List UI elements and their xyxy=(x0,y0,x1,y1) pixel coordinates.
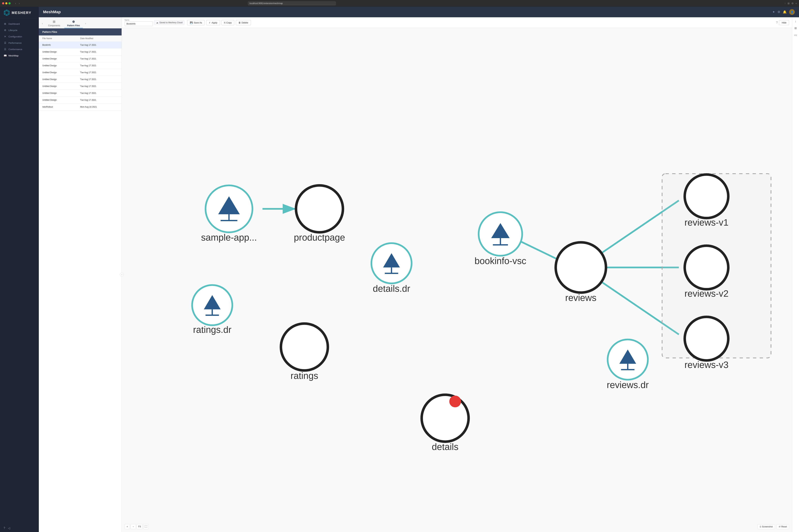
settings-icon[interactable]: ⚙ xyxy=(792,2,794,5)
label-details-dr: details.dr xyxy=(373,283,410,294)
node-details xyxy=(422,395,469,442)
panel-prev-btn[interactable]: ‹ xyxy=(41,21,44,25)
file-name: Untitled Design xyxy=(42,99,80,101)
list-item[interactable]: Untitled Design Tue Aug 17 2021 xyxy=(39,69,122,76)
svg-point-41 xyxy=(685,246,728,289)
list-item[interactable]: Untitled Design Tue Aug 17 2021 xyxy=(39,97,122,103)
tab-pattern-files[interactable]: ⊕ Pattern Files xyxy=(64,19,83,28)
right-panel-icon-2[interactable]: ⊞ xyxy=(793,25,798,31)
bell-icon[interactable]: 🔔 xyxy=(783,10,787,14)
forward-button[interactable]: › xyxy=(18,2,21,5)
node-bookinfo-vsc xyxy=(479,212,522,256)
pattern-files-title: Pattern Files xyxy=(42,31,57,33)
design-name-input[interactable] xyxy=(125,21,153,26)
list-item[interactable]: BookInfo Tue Aug 17 2021 xyxy=(39,42,122,49)
file-name: Untitled Design xyxy=(42,85,80,88)
help-icon[interactable]: ? xyxy=(776,21,778,24)
sidebar-item-lifecycle[interactable]: ⚙ Lifecycle xyxy=(0,27,39,33)
sparkle-icon[interactable]: ✦ xyxy=(772,10,775,14)
lifecycle-icon: ⚙ xyxy=(3,29,7,32)
back-button[interactable]: ‹ xyxy=(14,2,17,5)
canvas-actions: ⎙ Screenshot ↺ Reset xyxy=(758,524,789,529)
copy-button[interactable]: ⎘ Copy xyxy=(221,20,234,25)
window-icons: ↑ ⊞ ⚙ + xyxy=(784,2,797,5)
window-chrome: ‹ › localhost:9081/extension/meshmap ↑ ⊞… xyxy=(0,0,799,7)
label-details: details xyxy=(432,442,459,452)
window-controls xyxy=(2,2,11,4)
panel-next-btn[interactable]: › xyxy=(84,21,87,25)
url-bar[interactable]: localhost:9081/extension/meshmap xyxy=(248,1,336,5)
tab-components[interactable]: ⊞ Components xyxy=(45,19,63,28)
right-panel-icon-1[interactable]: ↓ xyxy=(794,19,797,24)
maximize-button[interactable] xyxy=(8,2,11,4)
label-reviews-v2: reviews-v2 xyxy=(685,288,729,299)
name-label: Name xyxy=(125,19,153,21)
file-date: Tue Aug 17 2021 xyxy=(80,78,118,81)
plus-icon: + xyxy=(127,525,128,528)
sidebar-item-dashboard[interactable]: ⊞ Dashboard xyxy=(0,21,39,27)
panel-collapse-toggle[interactable]: ‹ xyxy=(120,273,124,277)
sidebar-footer: ? ◁ xyxy=(0,524,39,532)
sidebar-item-configuration[interactable]: ✕ Configuration xyxy=(0,33,39,40)
fit-button[interactable]: Fit xyxy=(136,524,143,529)
file-name: Untitled Design xyxy=(42,92,80,94)
canvas-controls: + − Fit ⛶ xyxy=(125,524,149,529)
list-item[interactable]: Untitled Design Tue Aug 17 2021 xyxy=(39,90,122,97)
file-name: Untitled Design xyxy=(42,64,80,67)
extension-icon[interactable]: ⊞ xyxy=(787,2,789,5)
canvas[interactable]: sample-app... productpage xyxy=(122,28,792,532)
header-actions: ✦ ⚙ 🔔 👤 xyxy=(772,9,795,15)
label-reviews-v3: reviews-v3 xyxy=(685,360,729,370)
zoom-out-button[interactable]: − xyxy=(131,524,136,529)
pattern-files-header: Pattern Files xyxy=(39,28,122,35)
sidebar-item-performance[interactable]: ☰ Performance xyxy=(0,40,39,46)
col-date-modified: Date Modified xyxy=(80,37,118,40)
check-icon: ✓ xyxy=(209,21,211,24)
col-file-name: File Name xyxy=(42,37,80,40)
tab-components-label: Components xyxy=(48,24,60,27)
close-button[interactable] xyxy=(2,2,4,4)
sidebar-logo: MESHERY xyxy=(0,7,39,19)
sidebar-item-conformance[interactable]: ☰ Conformance xyxy=(0,46,39,52)
zoom-in-button[interactable]: + xyxy=(125,524,130,529)
label-bookinfo-vsc: bookinfo-vsc xyxy=(475,256,526,266)
list-item[interactable]: Untitled Design Tue Aug 17 2021 xyxy=(39,49,122,55)
node-reviews-dr xyxy=(608,340,648,380)
apply-button[interactable]: ✓ Apply xyxy=(206,20,220,25)
help-icon[interactable]: ? xyxy=(3,527,5,530)
minimize-button[interactable] xyxy=(5,2,7,4)
label-productpage: productpage xyxy=(294,232,345,243)
svg-point-30 xyxy=(449,396,461,407)
list-item[interactable]: Untitled Design Tue Aug 17 2021 xyxy=(39,55,122,62)
list-item[interactable]: Untitled Design Tue Aug 17 2021 xyxy=(39,62,122,69)
share-icon[interactable]: ↑ xyxy=(784,2,786,5)
list-item[interactable]: Untitled Design Tue Aug 17 2021 xyxy=(39,83,122,90)
reset-button[interactable]: ↺ Reset xyxy=(776,524,789,529)
reset-label: Reset xyxy=(781,526,787,528)
svg-point-35 xyxy=(556,242,606,293)
fullscreen-button[interactable]: ⛶ xyxy=(143,524,149,529)
user-avatar[interactable]: 👤 xyxy=(789,9,795,15)
svg-point-24 xyxy=(281,323,328,370)
node-details-dr xyxy=(371,243,412,283)
gear-icon[interactable]: ⚙ xyxy=(778,10,780,14)
sidebar-item-label: Configuration xyxy=(8,35,22,38)
save-as-button[interactable]: 💾 Save As xyxy=(187,20,205,25)
svg-point-29 xyxy=(422,395,469,442)
label-ratings: ratings xyxy=(291,370,318,381)
file-date: Tue Aug 17 2021 xyxy=(80,57,118,60)
collapse-icon[interactable]: ◁ xyxy=(8,527,10,530)
hide-button[interactable]: Hide xyxy=(779,20,789,25)
right-panel-icon-3[interactable]: ▭ xyxy=(793,32,798,38)
svg-point-40 xyxy=(685,174,728,218)
file-date: Tue Aug 17 2021 xyxy=(80,85,118,88)
screenshot-button[interactable]: ⎙ Screenshot xyxy=(758,524,775,529)
add-tab-icon[interactable]: + xyxy=(796,2,797,5)
sidebar-item-meshmap[interactable]: 📖 MeshMap xyxy=(0,52,39,59)
save-icon: 💾 xyxy=(190,21,193,24)
list-item[interactable]: Untitled Design Tue Aug 17 2021 xyxy=(39,76,122,83)
delete-button[interactable]: 🗑 Delete xyxy=(236,20,251,25)
file-date: Tue Aug 17 2021 xyxy=(80,64,118,67)
svg-marker-1 xyxy=(5,11,8,15)
list-item[interactable]: IstioRollout Mon Aug 16 2021 xyxy=(39,103,122,110)
